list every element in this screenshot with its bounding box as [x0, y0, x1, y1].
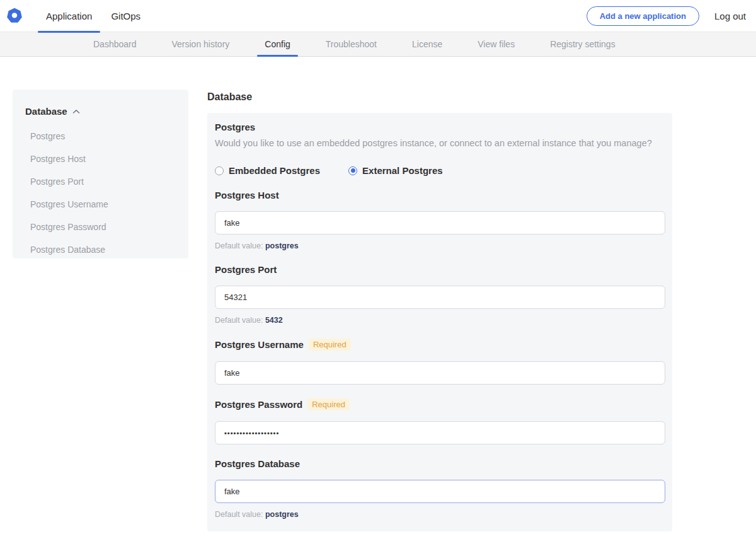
- chevron-up-icon: [72, 109, 80, 114]
- field-postgres-database: Postgres Database Default value: postgre…: [215, 458, 665, 519]
- database-config-panel: Postgres Would you like to use an embedd…: [207, 113, 672, 531]
- postgres-port-input[interactable]: [215, 286, 665, 309]
- add-new-application-button[interactable]: Add a new application: [587, 6, 699, 26]
- sidebar-item-postgres-host[interactable]: Postgres Host: [25, 148, 176, 170]
- topnav-right-actions: Add a new application Log out: [587, 6, 756, 26]
- postgres-username-label: Postgres Username: [215, 339, 304, 350]
- postgres-host-input[interactable]: [215, 211, 665, 235]
- postgres-help-text: Would you like to use an embedded postgr…: [215, 138, 665, 148]
- field-postgres-host: Postgres Host Default value: postgres: [215, 190, 665, 250]
- subnav-item-view-files[interactable]: View files: [470, 32, 522, 56]
- default-label: Default value:: [215, 241, 263, 250]
- app-sub-nav: Dashboard Version history Config Trouble…: [0, 32, 756, 57]
- field-postgres-port: Postgres Port Default value: 5432: [215, 264, 665, 325]
- sidebar-item-postgres[interactable]: Postgres: [25, 125, 176, 148]
- radio-external-postgres[interactable]: External Postgres: [348, 165, 443, 176]
- default-value: 5432: [265, 316, 283, 325]
- config-sidebar: Database Postgres Postgres Host Postgres…: [13, 90, 188, 258]
- top-tab-application-label: Application: [46, 11, 92, 21]
- radio-external-postgres-label: External Postgres: [362, 165, 443, 176]
- replicated-logo-icon[interactable]: [6, 8, 23, 24]
- sidebar-group-database[interactable]: Database: [25, 106, 176, 117]
- radio-unselected-icon: [215, 166, 224, 175]
- postgres-database-input[interactable]: [215, 480, 665, 503]
- required-badge: Required: [307, 398, 350, 410]
- postgres-item-heading: Postgres: [215, 122, 665, 132]
- postgres-database-label: Postgres Database: [215, 458, 300, 469]
- field-postgres-username: Postgres Username Required: [215, 339, 665, 385]
- postgres-username-input[interactable]: [215, 361, 665, 385]
- top-tab-gitops-label: GitOps: [111, 11, 140, 21]
- field-postgres-password: Postgres Password Required: [215, 398, 665, 444]
- subnav-item-dashboard[interactable]: Dashboard: [86, 32, 144, 56]
- postgres-port-label: Postgres Port: [215, 264, 277, 275]
- config-group-title: Database: [207, 91, 672, 103]
- postgres-host-default-note: Default value: postgres: [215, 241, 665, 250]
- subnav-item-troubleshoot[interactable]: Troubleshoot: [318, 32, 384, 56]
- top-tab-application[interactable]: Application: [38, 0, 100, 32]
- sidebar-item-postgres-database[interactable]: Postgres Database: [25, 238, 176, 261]
- subnav-item-version-history[interactable]: Version history: [164, 32, 238, 56]
- top-nav-bar: Application GitOps Add a new application…: [0, 0, 756, 32]
- default-label: Default value:: [215, 316, 263, 325]
- radio-selected-icon: [348, 166, 357, 175]
- radio-embedded-postgres[interactable]: Embedded Postgres: [215, 165, 320, 176]
- required-badge: Required: [309, 339, 351, 351]
- sidebar-group-database-label: Database: [25, 106, 67, 117]
- postgres-database-default-note: Default value: postgres: [215, 510, 665, 519]
- subnav-item-license[interactable]: License: [404, 32, 450, 56]
- postgres-port-default-note: Default value: 5432: [215, 316, 665, 325]
- default-label: Default value:: [215, 510, 263, 519]
- default-value: postgres: [265, 510, 299, 519]
- logout-link[interactable]: Log out: [714, 11, 746, 21]
- config-page-content: Database Postgres Postgres Host Postgres…: [0, 57, 756, 531]
- sidebar-item-postgres-port[interactable]: Postgres Port: [25, 170, 176, 193]
- postgres-host-label: Postgres Host: [215, 190, 279, 200]
- subnav-item-config[interactable]: Config: [257, 32, 297, 56]
- sidebar-item-postgres-password[interactable]: Postgres Password: [25, 216, 176, 238]
- sidebar-item-postgres-username[interactable]: Postgres Username: [25, 193, 176, 216]
- subnav-item-registry-settings[interactable]: Registry settings: [542, 32, 622, 56]
- postgres-radio-group: Embedded Postgres External Postgres: [215, 165, 665, 176]
- postgres-password-label: Postgres Password: [215, 399, 302, 410]
- postgres-password-input[interactable]: [215, 421, 665, 444]
- config-main-area: Database Postgres Would you like to use …: [207, 90, 672, 531]
- sidebar-item-list: Postgres Postgres Host Postgres Port Pos…: [25, 125, 176, 261]
- top-tab-gitops[interactable]: GitOps: [103, 0, 149, 32]
- default-value: postgres: [265, 241, 299, 250]
- radio-embedded-postgres-label: Embedded Postgres: [229, 165, 320, 176]
